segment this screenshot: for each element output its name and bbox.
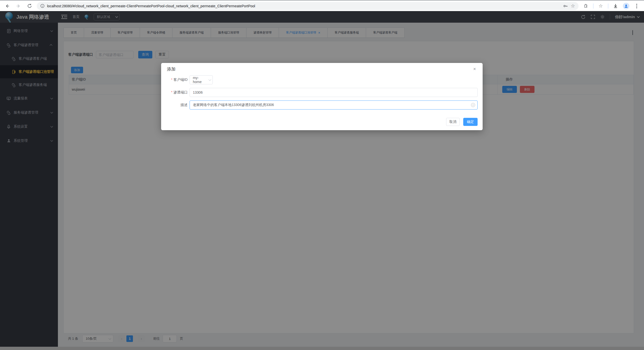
bookmark-star-icon[interactable]: ☆ [571, 4, 575, 8]
client-id-select-value: my-home [193, 76, 207, 84]
browser-menu-button[interactable] [633, 2, 640, 10]
dialog-title: 添加 [167, 66, 175, 72]
reload-icon [27, 4, 32, 8]
downloads-button[interactable] [612, 2, 619, 10]
description-input[interactable] [190, 100, 478, 110]
client-id-select[interactable]: my-home [190, 75, 213, 84]
dialog-footer: 取消 确定 [446, 118, 478, 126]
clear-input-icon[interactable]: × [471, 103, 475, 107]
password-key-icon[interactable] [563, 3, 568, 9]
browser-profile-avatar[interactable] [623, 3, 629, 9]
arrow-left-icon [5, 4, 10, 9]
port-label: *渗透端口 [161, 90, 188, 95]
close-icon: × [473, 66, 476, 72]
form-row-client-id: *客户端ID my-home [161, 75, 483, 84]
site-info-icon [40, 4, 45, 8]
description-label: 描述 [161, 103, 188, 107]
address-bar[interactable]: localhost:28080/#/cloud_network_client_p… [37, 2, 579, 10]
label-text: 描述 [181, 103, 188, 107]
download-icon [613, 4, 618, 9]
add-dialog: 添加 × *客户端ID my-home *渗透端口 描述 × 取消 确定 [161, 63, 483, 130]
arrow-right-icon [16, 4, 21, 9]
label-text: 客户端ID [173, 78, 188, 82]
port-input[interactable] [190, 88, 478, 97]
chevron-down-icon [208, 78, 211, 81]
form-row-description: 描述 × [161, 100, 483, 110]
browser-back-button[interactable] [4, 2, 11, 10]
form-row-port: *渗透端口 [161, 88, 483, 97]
confirm-button[interactable]: 确定 [463, 118, 478, 126]
modal-backdrop[interactable] [0, 11, 644, 350]
client-id-label: *客户端ID [161, 78, 188, 82]
browser-forward-button[interactable] [15, 2, 22, 10]
puzzle-icon [584, 4, 588, 8]
extensions-button[interactable] [582, 2, 590, 10]
screen: localhost:28080/#/cloud_network_client_p… [0, 0, 644, 350]
extension-star-button[interactable]: ☆ [597, 2, 604, 10]
url-text: localhost:28080/#/cloud_network_client_p… [47, 4, 255, 8]
label-text: 渗透端口 [173, 90, 188, 94]
profile-person-icon [624, 4, 628, 8]
cancel-button[interactable]: 取消 [446, 118, 460, 126]
browser-toolbar: localhost:28080/#/cloud_network_client_p… [0, 0, 644, 11]
kebab-menu-icon [634, 4, 639, 8]
toolbar-separator [593, 4, 593, 9]
required-mark: * [171, 78, 172, 82]
dialog-close-button[interactable]: × [472, 66, 478, 72]
required-mark: * [171, 90, 172, 94]
sparkle-star-icon: ☆ [598, 4, 603, 8]
toolbar-separator [608, 4, 608, 9]
browser-reload-button[interactable] [26, 2, 33, 10]
